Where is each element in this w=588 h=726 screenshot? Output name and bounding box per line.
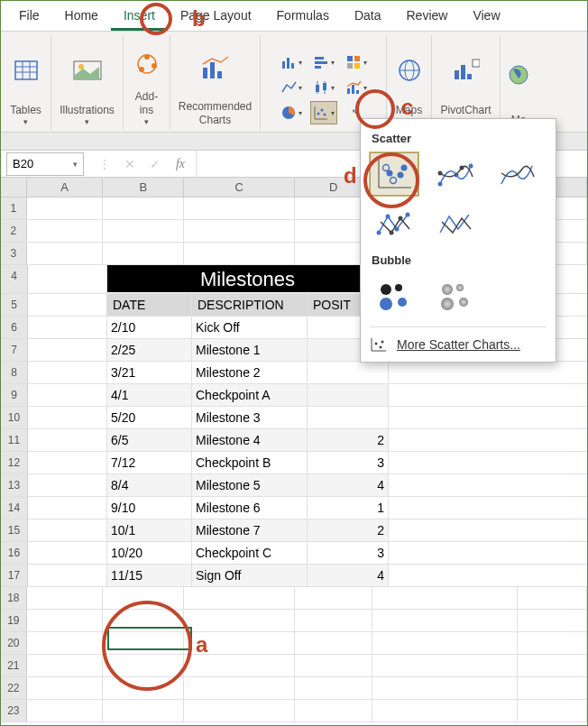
cell-description[interactable]: Sign Off (192, 565, 308, 586)
cell[interactable] (184, 220, 295, 242)
cell[interactable] (103, 198, 184, 219)
cell-date[interactable]: 10/20 (107, 542, 192, 564)
cell[interactable] (27, 220, 103, 242)
cell[interactable] (28, 339, 107, 361)
row-header[interactable]: 18 (1, 587, 27, 609)
row-header[interactable]: 12 (1, 452, 28, 473)
cell[interactable] (372, 632, 518, 654)
row-header[interactable]: 17 (1, 565, 28, 586)
cell[interactable] (28, 317, 107, 338)
cell[interactable] (103, 700, 184, 721)
cell[interactable] (184, 632, 295, 654)
row-header[interactable]: 23 (1, 700, 27, 721)
scatter-smooth-lines-markers-button[interactable] (431, 152, 480, 196)
cell[interactable] (28, 384, 107, 406)
cell[interactable] (184, 243, 295, 264)
cell-position[interactable]: 4 (308, 565, 389, 586)
cell[interactable] (27, 243, 103, 264)
cell[interactable] (372, 587, 518, 609)
cell[interactable] (295, 610, 372, 631)
row-header[interactable]: 22 (1, 677, 27, 699)
cell[interactable] (27, 655, 103, 676)
cell[interactable] (28, 429, 107, 451)
hierarchy-chart-button[interactable]: ▾ (343, 51, 370, 74)
cell[interactable] (28, 497, 107, 519)
illustrations-icon[interactable] (72, 37, 103, 104)
cell[interactable] (28, 542, 107, 564)
cell-date[interactable]: 7/12 (107, 452, 192, 473)
cell[interactable] (518, 700, 587, 721)
cell[interactable] (372, 677, 518, 699)
cell[interactable] (372, 655, 518, 676)
cell[interactable] (28, 294, 107, 316)
cell-description[interactable]: Milestone 5 (192, 474, 308, 496)
select-all-corner[interactable] (1, 178, 27, 197)
cell[interactable] (103, 632, 184, 654)
cell[interactable] (372, 610, 518, 631)
cell[interactable] (295, 700, 372, 721)
cell[interactable] (518, 655, 587, 676)
cell[interactable] (518, 632, 587, 654)
cell-description[interactable]: Checkpoint A (192, 384, 308, 406)
tab-home[interactable]: Home (52, 1, 111, 31)
row-header[interactable]: 16 (1, 542, 28, 564)
cell-description[interactable]: Milestone 3 (192, 407, 308, 428)
cell-description[interactable]: Milestone 1 (192, 339, 308, 361)
table-column-header[interactable]: DATE (107, 294, 192, 316)
cell-date[interactable]: 9/10 (107, 497, 192, 519)
cancel-icon[interactable]: ✕ (122, 157, 138, 171)
cell[interactable] (27, 198, 103, 219)
tab-review[interactable]: Review (394, 1, 461, 31)
cell[interactable] (184, 198, 295, 219)
cell-position[interactable]: 2 (308, 429, 389, 451)
fx-icon[interactable]: fx (172, 157, 188, 171)
cell[interactable] (28, 519, 107, 541)
column-chart-button[interactable]: ▾ (278, 51, 305, 74)
cell[interactable] (518, 587, 587, 609)
tab-file[interactable]: File (6, 1, 52, 31)
bubble-3d-button[interactable] (431, 274, 480, 317)
cell[interactable] (184, 610, 295, 631)
cell[interactable] (184, 655, 295, 676)
cell-position[interactable]: 3 (308, 452, 389, 473)
cell[interactable] (28, 565, 107, 586)
row-header[interactable]: 20 (1, 632, 27, 654)
bubble-2d-button[interactable] (370, 274, 418, 317)
cell[interactable] (28, 265, 107, 293)
scatter-markers-only-button[interactable] (370, 152, 418, 196)
cell[interactable] (103, 220, 184, 242)
tab-view[interactable]: View (460, 1, 512, 31)
row-header[interactable]: 6 (1, 317, 28, 338)
pie-chart-button[interactable]: ▾ (278, 101, 305, 124)
cell[interactable] (28, 362, 107, 383)
row-header[interactable]: 4 (1, 265, 28, 293)
cell[interactable] (295, 655, 372, 676)
row-header[interactable]: 13 (1, 474, 28, 496)
bar-chart-button[interactable]: ▾ (310, 51, 337, 74)
cell[interactable] (27, 587, 103, 609)
chevron-down-icon[interactable]: ▾ (73, 160, 78, 169)
cell-position[interactable]: 4 (308, 474, 389, 496)
row-header[interactable]: 1 (1, 198, 27, 219)
line-chart-button[interactable]: ▾ (278, 76, 305, 99)
cell[interactable] (184, 677, 295, 699)
cell-date[interactable]: 6/5 (107, 429, 192, 451)
col-header-a[interactable]: A (27, 178, 103, 197)
cell[interactable] (372, 700, 518, 721)
cell[interactable] (103, 655, 184, 676)
stat-chart-button[interactable]: ▾ (310, 76, 337, 99)
tab-formulas[interactable]: Formulas (264, 1, 342, 31)
enter-icon[interactable]: ✓ (147, 157, 163, 171)
row-header[interactable]: 15 (1, 519, 28, 541)
row-header[interactable]: 11 (1, 429, 28, 451)
cell[interactable] (184, 587, 295, 609)
cell-description[interactable]: Milestone 4 (192, 429, 308, 451)
row-header[interactable]: 7 (1, 339, 28, 361)
cell-position[interactable] (308, 362, 389, 383)
cell[interactable] (103, 587, 184, 609)
cell[interactable] (295, 587, 372, 609)
cell[interactable] (28, 407, 107, 428)
cell[interactable] (28, 474, 107, 496)
cell-description[interactable]: Checkpoint B (192, 452, 308, 473)
tab-insert[interactable]: Insert (111, 1, 168, 31)
